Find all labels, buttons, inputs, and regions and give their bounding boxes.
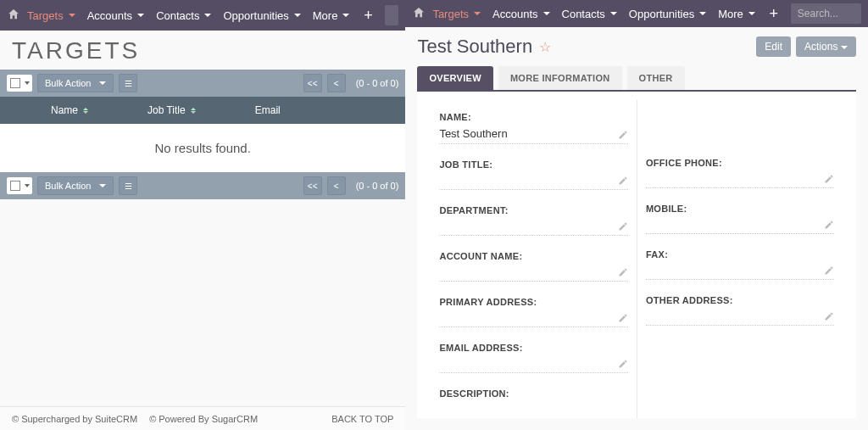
pencil-icon[interactable] [824, 174, 834, 187]
field-value[interactable] [439, 266, 628, 282]
pencil-icon[interactable] [618, 176, 628, 188]
pager-first[interactable]: << [303, 74, 322, 92]
field-value[interactable] [439, 404, 628, 418]
nav-targets[interactable]: Targets [427, 8, 486, 20]
bulk-action-dropdown[interactable]: Bulk Action [37, 74, 114, 92]
nav-opportunities[interactable]: Opportunities [218, 9, 305, 22]
nav-accounts[interactable]: Accounts [487, 8, 554, 20]
field-value[interactable] [439, 175, 628, 190]
col-email[interactable]: Email [255, 104, 281, 116]
select-all-checkbox[interactable] [7, 75, 32, 92]
caret-down-icon [748, 12, 755, 15]
field-account-name: ACCOUNT NAME: [439, 251, 628, 282]
field-label: FAX: [646, 249, 835, 260]
caret-down-icon [69, 14, 75, 17]
pencil-icon[interactable] [824, 265, 834, 278]
field-label: DESCRIPTION: [439, 388, 628, 399]
field-value[interactable] [439, 312, 628, 327]
field-value[interactable] [646, 219, 835, 234]
pencil-icon[interactable] [618, 313, 628, 326]
caret-down-icon [294, 14, 301, 17]
field-value[interactable]: Test Southern [439, 127, 628, 144]
pencil-icon[interactable] [618, 267, 628, 280]
nav-targets[interactable]: Targets [22, 9, 81, 22]
detail-header: Test Southern ☆ Edit Actions [405, 27, 868, 61]
nav-label: Opportunities [223, 9, 288, 22]
caret-down-icon [610, 12, 617, 15]
page-title: TARGETS [0, 31, 405, 70]
page-info: (0 - 0 of 0) [356, 78, 399, 88]
caret-down-icon [543, 12, 550, 15]
field-value[interactable] [439, 221, 628, 236]
search-input[interactable] [385, 5, 398, 25]
actions-label: Actions [804, 41, 837, 53]
pager-first[interactable]: << [303, 176, 322, 195]
sort-icon [191, 108, 196, 114]
pencil-icon[interactable] [824, 311, 834, 324]
pencil-icon[interactable] [618, 130, 628, 142]
pager-prev[interactable]: < [327, 74, 346, 92]
field-other-address: OTHER ADDRESS: [646, 295, 835, 326]
caret-down-icon [474, 12, 481, 15]
field-office-phone: OFFICE PHONE: [646, 158, 835, 188]
nav-label: Opportunities [629, 8, 694, 20]
quick-create-icon[interactable]: + [359, 7, 376, 24]
col-name[interactable]: Name [51, 104, 88, 116]
nav-label: Targets [432, 8, 469, 20]
list-toolbar-top: Bulk Action ☰ << < (0 - 0 of 0) [0, 70, 405, 97]
field-label: OFFICE PHONE: [646, 158, 835, 168]
field-label: MOBILE: [646, 204, 835, 214]
nav-label: Accounts [492, 8, 537, 20]
nav-label: Targets [27, 9, 64, 22]
columns-icon[interactable]: ☰ [119, 176, 137, 195]
favorite-star-icon[interactable]: ☆ [539, 39, 551, 55]
nav-contacts[interactable]: Contacts [557, 8, 622, 20]
columns-icon[interactable]: ☰ [119, 74, 137, 92]
field-value[interactable] [439, 358, 628, 373]
nav-more[interactable]: More [308, 9, 355, 22]
actions-dropdown[interactable]: Actions [796, 36, 856, 57]
quick-create-icon[interactable]: + [765, 5, 782, 22]
col-job-title[interactable]: Job Title [147, 104, 196, 116]
nav-label: More [313, 9, 338, 22]
nav-contacts[interactable]: Contacts [151, 9, 216, 22]
no-results-text: No results found. [0, 124, 405, 172]
nav-label: Contacts [156, 9, 199, 22]
col-label: Email [255, 104, 281, 116]
nav-accounts[interactable]: Accounts [82, 9, 149, 22]
home-icon[interactable] [7, 8, 20, 24]
back-to-top-link[interactable]: BACK TO TOP [331, 414, 393, 424]
field-label: DEPARTMENT: [439, 205, 628, 215]
nav-opportunities[interactable]: Opportunities [624, 8, 711, 20]
overview-panel: NAME: Test Southern JOB TITLE: DEPARTMEN… [417, 90, 856, 418]
field-value[interactable] [646, 310, 835, 326]
page-info: (0 - 0 of 0) [356, 181, 399, 191]
field-value[interactable] [646, 173, 835, 188]
select-all-checkbox[interactable] [7, 177, 32, 194]
pencil-icon[interactable] [618, 221, 628, 234]
field-primary-address: PRIMARY ADDRESS: [439, 297, 628, 327]
bulk-action-dropdown[interactable]: Bulk Action [37, 176, 114, 195]
search-input[interactable] [791, 3, 862, 24]
record-title: Test Southern [417, 36, 532, 58]
field-value[interactable] [646, 265, 835, 280]
pager-prev[interactable]: < [327, 176, 346, 195]
global-search [791, 3, 862, 24]
field-name: NAME: Test Southern [439, 112, 628, 144]
field-description: DESCRIPTION: [439, 388, 628, 418]
footer-sugarcrm: © Powered By SugarCRM [149, 414, 258, 424]
pencil-icon[interactable] [618, 359, 628, 371]
nav-label: Accounts [87, 9, 132, 22]
pencil-icon[interactable] [824, 220, 834, 232]
tab-other[interactable]: OTHER [627, 66, 685, 90]
tab-overview[interactable]: OVERVIEW [417, 66, 493, 90]
edit-button[interactable]: Edit [756, 36, 791, 57]
nav-more[interactable]: More [713, 8, 760, 20]
field-email-address: EMAIL ADDRESS: [439, 343, 628, 373]
topnav-left: Targets Accounts Contacts Opportunities … [0, 0, 405, 31]
home-icon[interactable] [412, 6, 426, 22]
field-label: JOB TITLE: [439, 159, 628, 170]
field-mobile: MOBILE: [646, 204, 835, 234]
field-job-title: JOB TITLE: [439, 159, 628, 190]
tab-more-information[interactable]: MORE INFORMATION [498, 66, 622, 90]
